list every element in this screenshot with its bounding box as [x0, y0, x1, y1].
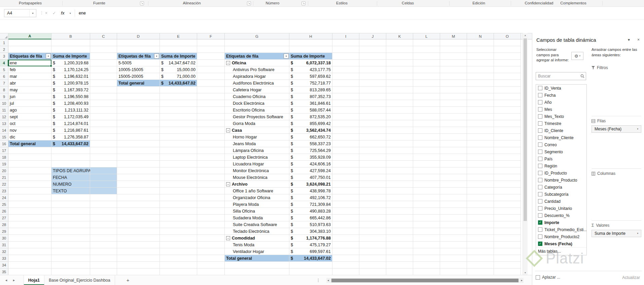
cell-A16[interactable]: Total general: [8, 140, 51, 147]
cell-A17[interactable]: [8, 147, 51, 154]
cell-N16[interactable]: [467, 140, 494, 147]
cell-N15[interactable]: [467, 134, 494, 140]
cell-H34[interactable]: [289, 262, 332, 268]
row-header-16[interactable]: 16: [0, 140, 8, 147]
cell-K12[interactable]: [386, 114, 413, 120]
cell-F33[interactable]: [197, 255, 225, 262]
cell-C32[interactable]: [90, 248, 117, 255]
cell-C34[interactable]: [90, 262, 117, 268]
row-header-11[interactable]: 11: [0, 107, 8, 114]
cell-J28[interactable]: [359, 221, 386, 228]
cell-F15[interactable]: [197, 134, 225, 140]
cell-M35[interactable]: [440, 268, 467, 275]
cell-N34[interactable]: [467, 262, 494, 268]
scroll-up-icon[interactable]: ▲: [523, 34, 528, 36]
cell-H28[interactable]: $510,973.63: [289, 221, 332, 228]
defer-layout-checkbox[interactable]: Aplazar ...: [536, 275, 560, 280]
cell-J25[interactable]: [359, 201, 386, 208]
cell-J23[interactable]: [359, 188, 386, 194]
cell-M33[interactable]: [440, 255, 467, 262]
cell-L27[interactable]: [413, 215, 440, 221]
cell-G12[interactable]: Gestor Proyectos Software: [225, 114, 289, 120]
cell-A20[interactable]: [8, 167, 51, 174]
cell-G10[interactable]: Dock Electrónica: [225, 100, 289, 107]
cell-A6[interactable]: mar: [8, 73, 51, 80]
row-header-12[interactable]: 12: [0, 114, 8, 120]
column-header-O[interactable]: O: [494, 33, 521, 39]
cell-O22[interactable]: [494, 181, 521, 188]
cell-N19[interactable]: [467, 161, 494, 167]
dialog-launcher-icon[interactable]: ↘: [247, 1, 251, 5]
cell-C1[interactable]: [90, 39, 117, 46]
cell-C4[interactable]: [90, 60, 117, 66]
cell-G1[interactable]: [225, 39, 289, 46]
cell-H32[interactable]: $699,597.61: [289, 248, 332, 255]
cell-M23[interactable]: [440, 188, 467, 194]
cell-M1[interactable]: [440, 39, 467, 46]
cell-H18[interactable]: $355,928.09: [289, 154, 332, 161]
cell-C18[interactable]: [90, 154, 117, 161]
cell-E21[interactable]: [160, 174, 197, 181]
field-item-importe[interactable]: ✓Importe: [536, 219, 586, 226]
ribbon-group-edici-n[interactable]: Edición: [472, 1, 485, 5]
cell-A1[interactable]: [8, 39, 51, 46]
cell-H20[interactable]: $427,598.24: [289, 167, 332, 174]
cell-L14[interactable]: [413, 127, 440, 134]
cell-E32[interactable]: [160, 248, 197, 255]
field-item-id-venta[interactable]: ID_Venta: [536, 85, 586, 92]
field-item-correo[interactable]: Correo: [536, 141, 586, 148]
cell-A11[interactable]: ago: [8, 107, 51, 114]
cell-L21[interactable]: [413, 174, 440, 181]
cell-H22[interactable]: $3,624,098.21: [289, 181, 332, 188]
cell-I13[interactable]: [332, 120, 359, 127]
cell-K19[interactable]: [386, 161, 413, 167]
cell-J18[interactable]: [359, 154, 386, 161]
cell-K11[interactable]: [386, 107, 413, 114]
cell-I10[interactable]: [332, 100, 359, 107]
cell-H25[interactable]: $721,309.84: [289, 201, 332, 208]
field-item-descuento[interactable]: Descuento_%: [536, 212, 586, 219]
cell-J11[interactable]: [359, 107, 386, 114]
field-item-id-producto[interactable]: ID_Producto: [536, 169, 586, 177]
cell-E27[interactable]: [160, 215, 197, 221]
cell-C11[interactable]: [90, 107, 117, 114]
row-header-5[interactable]: 5: [0, 66, 8, 73]
cell-F34[interactable]: [197, 262, 225, 268]
cell-L6[interactable]: [413, 73, 440, 80]
field-checkbox[interactable]: [538, 206, 542, 211]
filter-dropdown-button[interactable]: ▾: [46, 54, 51, 59]
cell-E23[interactable]: [160, 188, 197, 194]
row-header-13[interactable]: 13: [0, 120, 8, 127]
cell-G25[interactable]: Playera Moda: [225, 201, 289, 208]
cell-B11[interactable]: $1,213,111.32: [51, 107, 90, 114]
row-header-27[interactable]: 27: [0, 215, 8, 221]
cell-J15[interactable]: [359, 134, 386, 140]
row-header-8[interactable]: 8: [0, 87, 8, 93]
cell-K29[interactable]: [386, 228, 413, 235]
cell-N6[interactable]: [467, 73, 494, 80]
formula-bar-expand-icon[interactable]: ▾: [70, 12, 71, 15]
column-header-N[interactable]: N: [467, 33, 494, 39]
cell-I25[interactable]: [332, 201, 359, 208]
cell-I17[interactable]: [332, 147, 359, 154]
cell-B27[interactable]: [51, 215, 90, 221]
cell-I21[interactable]: [332, 174, 359, 181]
cell-H33[interactable]: $14,433,647.02: [289, 255, 332, 262]
field-checkbox[interactable]: [538, 128, 542, 133]
cell-G4[interactable]: −Oficina: [225, 60, 289, 66]
column-header-F[interactable]: F: [197, 33, 225, 39]
cell-M31[interactable]: [440, 242, 467, 248]
cell-I1[interactable]: [332, 39, 359, 46]
cell-M18[interactable]: [440, 154, 467, 161]
cell-O9[interactable]: [494, 93, 521, 100]
cell-I2[interactable]: [332, 46, 359, 53]
row-header-14[interactable]: 14: [0, 127, 8, 134]
dialog-launcher-icon[interactable]: ↘: [301, 1, 306, 5]
row-header-15[interactable]: 15: [0, 134, 8, 140]
update-button[interactable]: Actualizar: [622, 275, 640, 280]
cell-C3[interactable]: [90, 53, 117, 60]
cell-B14[interactable]: $1,216,867.61: [51, 127, 90, 134]
cell-C29[interactable]: [90, 228, 117, 235]
cell-D32[interactable]: [117, 248, 160, 255]
row-header-32[interactable]: 32: [0, 248, 8, 255]
